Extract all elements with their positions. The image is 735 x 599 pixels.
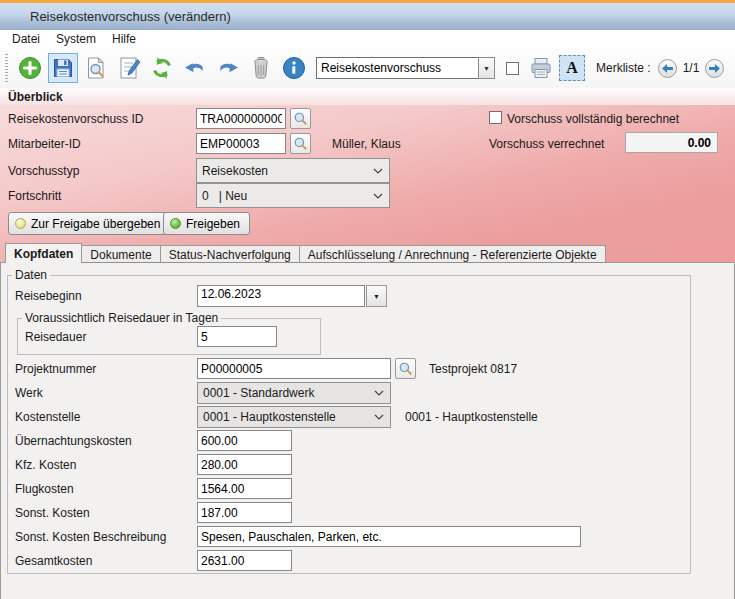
id-label: Reisekostenvorschuss ID <box>8 112 143 126</box>
reisedauer-label: Reisedauer <box>25 330 86 344</box>
release-label: Freigeben <box>186 217 240 231</box>
werk-select-value: 0001 - Standardwerk <box>203 386 314 400</box>
object-type-input[interactable] <box>316 57 478 79</box>
tab-bar: Kopfdaten Dokumente Status-Nachverfolgun… <box>5 243 606 263</box>
delete-button[interactable] <box>246 53 276 83</box>
menu-datei[interactable]: Datei <box>4 31 48 47</box>
release-button[interactable]: Freigeben <box>163 212 250 235</box>
type-select-value: Reisekosten <box>202 164 268 178</box>
title-bar: Reisekostenvorschuss (verändern) <box>0 3 735 30</box>
progress-label: Fortschritt <box>8 189 61 203</box>
employee-lookup-button[interactable] <box>290 133 311 154</box>
progress-select-value: 0 | Neu <box>202 189 247 203</box>
save-button[interactable] <box>48 53 78 83</box>
sonst-kosten-label: Sonst. Kosten <box>15 506 90 520</box>
print-button[interactable] <box>526 53 556 83</box>
window-title: Reisekostenvorschuss (verändern) <box>30 9 231 24</box>
merkliste-prev-button[interactable] <box>658 59 677 78</box>
chevron-down-icon <box>373 193 383 199</box>
tab-status-nachverfolgung[interactable]: Status-Nachverfolgung <box>160 245 300 263</box>
progress-select[interactable]: 0 | Neu <box>196 183 390 208</box>
save-icon <box>51 56 75 80</box>
werk-label: Werk <box>15 386 43 400</box>
object-type-combobox: ▼ <box>316 57 495 79</box>
submit-for-release-label: Zur Freigabe übergeben <box>31 217 160 231</box>
toolbar-checkbox[interactable] <box>506 62 519 75</box>
complete-checkbox[interactable] <box>489 111 502 124</box>
preview-button[interactable] <box>81 53 111 83</box>
plus-icon <box>18 56 42 80</box>
complete-checkbox-label: Vorschuss vollständig berechnet <box>507 112 679 126</box>
projekt-lookup-button[interactable] <box>395 358 416 379</box>
sonst-kosten-input[interactable] <box>197 502 292 523</box>
uebernachtungskosten-input[interactable] <box>197 430 292 451</box>
reisebeginn-value: 12.06.2023 <box>201 287 261 301</box>
overview-section-header: Überblick <box>0 88 735 105</box>
edit-button[interactable] <box>114 53 144 83</box>
refresh-icon <box>150 56 174 80</box>
type-select[interactable]: Reisekosten <box>196 158 390 183</box>
kostenstelle-select[interactable]: 0001 - Hauptkostenstelle <box>197 406 391 428</box>
edit-document-icon <box>117 56 141 80</box>
projektnummer-input[interactable] <box>197 358 391 379</box>
kostenstelle-label: Kostenstelle <box>15 410 80 424</box>
magnifier-icon <box>293 111 308 126</box>
magnifier-icon <box>293 136 308 151</box>
flugkosten-input[interactable] <box>197 478 292 499</box>
toolbar-grip[interactable] <box>5 54 8 82</box>
overview-section: Reisekostenvorschuss ID Vorschuss vollst… <box>0 105 735 262</box>
settled-label: Vorschuss verrechnet <box>489 137 604 151</box>
redo-icon <box>216 56 240 80</box>
preview-icon <box>84 56 108 80</box>
object-type-dropdown-button[interactable]: ▼ <box>478 57 495 79</box>
kfz-kosten-label: Kfz. Kosten <box>15 458 76 472</box>
font-button[interactable]: A <box>559 55 585 81</box>
tab-dokumente[interactable]: Dokumente <box>81 245 160 263</box>
werk-select[interactable]: 0001 - Standardwerk <box>197 382 391 404</box>
reisebeginn-dropdown-button[interactable]: ▼ <box>366 285 387 307</box>
reisebeginn-date-field[interactable]: 12.06.2023 <box>197 285 365 307</box>
submit-for-release-button[interactable]: Zur Freigabe übergeben <box>8 212 170 235</box>
overview-title: Überblick <box>8 90 63 104</box>
projektnummer-label: Projektnummer <box>15 362 96 376</box>
printer-icon <box>529 56 553 80</box>
redo-button[interactable] <box>213 53 243 83</box>
merkliste-page-indicator: 1/1 <box>683 61 700 75</box>
chevron-down-icon <box>373 168 383 174</box>
daten-group-title: Daten <box>12 268 50 282</box>
trash-icon <box>249 56 273 80</box>
id-lookup-button[interactable] <box>290 108 311 129</box>
kostenstelle-select-value: 0001 - Hauptkostenstelle <box>203 410 336 424</box>
menu-system[interactable]: System <box>48 31 104 47</box>
employee-input[interactable] <box>196 133 286 154</box>
undo-icon <box>183 56 207 80</box>
gesamtkosten-label: Gesamtkosten <box>15 554 92 568</box>
status-green-icon <box>170 218 181 229</box>
menu-hilfe[interactable]: Hilfe <box>104 31 144 47</box>
font-A-icon: A <box>566 59 578 77</box>
kfz-kosten-input[interactable] <box>197 454 292 475</box>
reisedauer-input[interactable] <box>197 326 277 347</box>
refresh-button[interactable] <box>147 53 177 83</box>
sonst-kosten-beschreibung-input[interactable] <box>197 526 581 547</box>
merkliste-label: Merkliste : <box>596 61 651 75</box>
arrow-right-icon <box>709 64 720 73</box>
chevron-down-icon <box>374 390 384 396</box>
merkliste-next-button[interactable] <box>705 59 724 78</box>
tab-kopfdaten[interactable]: Kopfdaten <box>5 243 82 263</box>
info-button[interactable] <box>279 53 309 83</box>
tab-aufschluesselung[interactable]: Aufschlüsselung / Anrechnung - Referenzi… <box>299 245 606 263</box>
toolbar: ▼ A Merkliste : 1/1 <box>0 48 735 88</box>
tab-content-kopfdaten: Daten Reisebeginn 12.06.2023 ▼ Voraussic… <box>0 262 735 599</box>
flugkosten-label: Flugkosten <box>15 482 74 496</box>
new-button[interactable] <box>15 53 45 83</box>
gesamtkosten-input[interactable] <box>197 550 292 571</box>
projekt-name-text: Testprojekt 0817 <box>429 362 517 376</box>
id-input[interactable] <box>196 108 286 129</box>
info-icon <box>282 56 306 80</box>
status-yellow-icon <box>15 218 26 229</box>
chevron-down-icon <box>374 414 384 420</box>
menu-bar: Datei System Hilfe <box>0 30 735 48</box>
sonst-kosten-beschreibung-label: Sonst. Kosten Beschreibung <box>15 530 166 544</box>
undo-button[interactable] <box>180 53 210 83</box>
